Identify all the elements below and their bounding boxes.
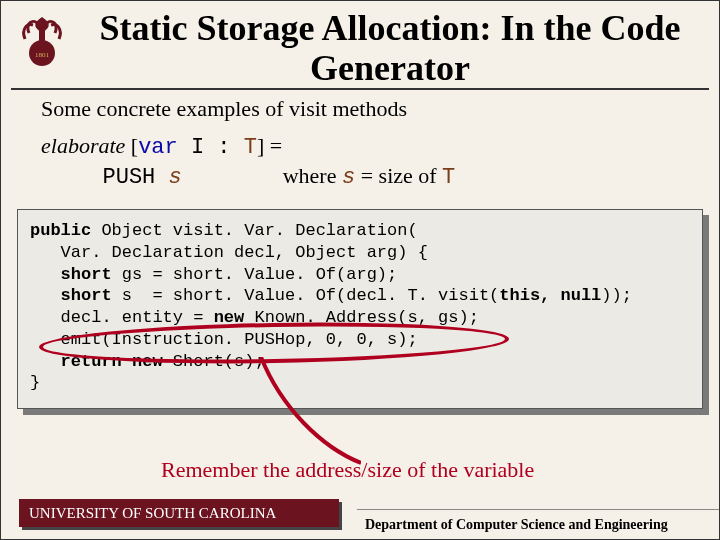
- where-type: T: [442, 165, 455, 190]
- push-op: PUSH: [103, 165, 169, 190]
- slide: 1801 Static Storage Allocation: In the C…: [0, 0, 720, 540]
- type-t: T: [244, 135, 257, 160]
- code-content: public Object visit. Var. Declaration( V…: [17, 209, 703, 409]
- slide-subtitle: Some concrete examples of visit methods: [1, 90, 719, 132]
- svg-text:1801: 1801: [35, 51, 50, 59]
- where-var: s: [342, 165, 355, 190]
- ident-colon: I :: [178, 135, 244, 160]
- annotation-text: Remember the address/size of the variabl…: [161, 457, 534, 483]
- elaborate-rule: elaborate [var I : T] = PUSH s where s =…: [1, 132, 719, 191]
- where-mid: = size of: [355, 163, 442, 188]
- push-arg: s: [169, 165, 182, 190]
- equals: =: [264, 133, 282, 158]
- slide-title: Static Storage Allocation: In the Code G…: [11, 1, 709, 90]
- footer-department: Department of Computer Science and Engin…: [357, 509, 719, 539]
- seal-icon: 1801: [15, 13, 69, 67]
- usc-seal-logo: 1801: [15, 13, 69, 67]
- footer: UNIVERSITY OF SOUTH CAROLINA Department …: [1, 499, 719, 539]
- elaborate-label: elaborate: [41, 133, 125, 158]
- var-keyword: var: [138, 135, 178, 160]
- code-block: public Object visit. Var. Declaration( V…: [17, 209, 703, 409]
- where-prefix: where: [283, 163, 342, 188]
- footer-university: UNIVERSITY OF SOUTH CAROLINA: [19, 499, 339, 527]
